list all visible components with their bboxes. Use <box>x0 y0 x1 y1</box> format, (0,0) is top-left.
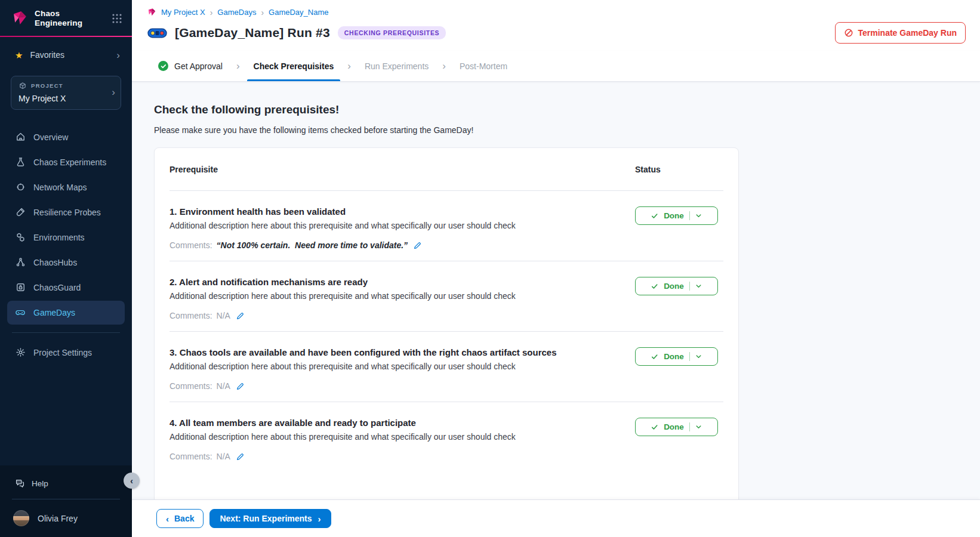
chevron-right-icon: › <box>112 87 115 98</box>
sidebar-item-chaosguard[interactable]: ChaosGuard <box>7 276 125 300</box>
breadcrumb-gameday-name-link[interactable]: GameDay_Name <box>269 8 328 17</box>
hub-molecule-icon <box>15 257 26 267</box>
sidebar-item-favorites[interactable]: ★ Favorites › <box>0 37 132 66</box>
chevron-down-icon <box>695 353 702 360</box>
breadcrumb-project-link[interactable]: My Project X <box>161 8 205 17</box>
back-button[interactable]: ‹ Back <box>156 509 204 528</box>
environments-icon <box>15 232 26 242</box>
column-header-status: Status <box>635 165 723 174</box>
breadcrumb: My Project X › GameDays › GameDay_Name <box>147 8 966 17</box>
sidebar-nav: Overview Chaos Experiments <box>0 118 132 325</box>
breadcrumb-gamedays-link[interactable]: GameDays <box>217 8 256 17</box>
tab-post-mortem[interactable]: Post-Mortem <box>450 51 517 81</box>
edit-comment-button[interactable] <box>235 382 246 391</box>
chaos-engineering-logo-icon <box>12 10 28 26</box>
user-avatar <box>13 510 29 526</box>
chevron-left-icon: ‹ <box>166 514 169 523</box>
sidebar-item-chaos-experiments[interactable]: Chaos Experiments <box>7 150 125 174</box>
tab-run-experiments[interactable]: Run Experiments <box>355 51 438 81</box>
sidebar-item-environments[interactable]: Environments <box>7 226 125 249</box>
prerequisite-row: 4. All team members are available and re… <box>170 402 723 472</box>
sidebar-item-gamedays[interactable]: GameDays <box>7 301 125 325</box>
terminate-gameday-run-button[interactable]: Terminate GameDay Run <box>835 22 966 44</box>
prerequisite-row: 3. Chaos tools are available and have be… <box>170 332 723 402</box>
chevron-right-icon: › <box>261 8 264 17</box>
prohibit-icon <box>844 28 853 38</box>
sidebar-item-project-settings[interactable]: Project Settings <box>7 341 125 365</box>
status-badge: CHECKING PREREQUISITES <box>338 26 446 39</box>
step-complete-check-icon <box>158 61 168 71</box>
star-icon: ★ <box>15 51 23 60</box>
edit-comment-button[interactable] <box>235 452 246 461</box>
sidebar-item-network-maps[interactable]: Network Maps <box>7 175 125 199</box>
prerequisite-title: 3. Chaos tools are available and have be… <box>170 347 611 357</box>
comment-text: N/A <box>217 311 230 320</box>
button-divider <box>689 211 690 220</box>
user-profile[interactable]: Olivia Frey <box>0 508 132 529</box>
chevron-down-icon <box>695 424 702 430</box>
gamepad-icon <box>15 307 26 318</box>
app-root: Chaos Engineering ★ Favorites › <box>0 0 980 537</box>
comment-text: N/A <box>217 452 230 461</box>
sidebar-divider <box>12 332 120 333</box>
chevron-right-icon: › <box>438 51 450 81</box>
next-run-experiments-button[interactable]: Next: Run Experiments › <box>209 509 331 528</box>
prerequisite-title: 2. Alert and notification mechanisms are… <box>170 277 611 287</box>
project-name: My Project X <box>19 94 105 103</box>
status-done-dropdown[interactable]: Done <box>635 347 718 366</box>
button-divider <box>689 282 690 291</box>
flask-icon <box>15 157 26 167</box>
content-area: Check the following prerequisites! Pleas… <box>132 82 980 499</box>
prerequisite-title: 4. All team members are available and re… <box>170 418 611 428</box>
module-grid-icon[interactable] <box>112 13 122 24</box>
sidebar-item-resilience-probes[interactable]: Resilience Probes <box>7 200 125 224</box>
sidebar-item-overview[interactable]: Overview <box>7 125 125 149</box>
pencil-icon <box>413 241 422 250</box>
chat-help-icon <box>15 479 24 488</box>
status-done-dropdown[interactable]: Done <box>635 277 718 295</box>
pencil-icon <box>236 311 245 320</box>
chevron-right-icon: › <box>232 51 244 81</box>
comments-label: Comments: <box>170 311 212 320</box>
wizard-footer: ‹ Back Next: Run Experiments › <box>132 499 980 537</box>
prerequisite-title: 1. Environment health has been validated <box>170 206 611 217</box>
sidebar: Chaos Engineering ★ Favorites › <box>0 0 132 537</box>
chevron-right-icon: › <box>318 514 321 523</box>
tab-check-prerequisites[interactable]: Check Prerequisites <box>244 51 344 81</box>
check-icon <box>651 212 658 220</box>
gameday-stepper: Get Approval › Check Prerequisites › Run… <box>132 51 980 82</box>
chevron-right-icon: › <box>116 50 120 60</box>
gamepad-emoji-icon <box>147 26 167 40</box>
favorites-label: Favorites <box>30 50 64 60</box>
test-tube-icon <box>15 207 26 217</box>
sidebar-bottom-section: Help Olivia Frey <box>0 465 132 537</box>
edit-comment-button[interactable] <box>235 311 246 320</box>
check-icon <box>651 283 658 290</box>
project-selector[interactable]: PROJECT My Project X › <box>11 76 121 110</box>
comments-label: Comments: <box>170 452 212 461</box>
comment-text: “Not 100% certain. Need more time to val… <box>217 240 408 250</box>
status-done-dropdown[interactable]: Done <box>635 206 718 225</box>
check-icon <box>651 353 658 360</box>
pencil-icon <box>236 452 245 461</box>
sidebar-collapse-handle[interactable]: ‹ <box>124 473 140 489</box>
page-header: My Project X › GameDays › GameDay_Name [… <box>132 0 980 51</box>
pencil-icon <box>236 382 245 391</box>
help-button[interactable]: Help <box>0 475 132 499</box>
chevron-left-icon: ‹ <box>130 476 133 486</box>
tab-get-approval[interactable]: Get Approval <box>149 51 232 81</box>
table-header: Prerequisite Status <box>170 165 723 191</box>
gear-icon <box>15 347 26 357</box>
sidebar-item-chaoshubs[interactable]: ChaosHubs <box>7 251 125 274</box>
status-done-dropdown[interactable]: Done <box>635 418 718 436</box>
page-title: [GameDay_Name] Run #3 <box>175 26 330 40</box>
home-icon <box>15 132 26 142</box>
column-header-prerequisite: Prerequisite <box>170 165 635 174</box>
comments-label: Comments: <box>170 381 212 391</box>
prerequisite-description: Additional description here about this p… <box>170 432 611 442</box>
edit-comment-button[interactable] <box>412 241 423 250</box>
prerequisite-description: Additional description here about this p… <box>170 221 611 230</box>
brand-title: Chaos Engineering <box>35 9 105 28</box>
content-subheading: Please make sure you have the following … <box>154 125 980 135</box>
prerequisites-card: Prerequisite Status 1. Environment healt… <box>154 147 739 499</box>
